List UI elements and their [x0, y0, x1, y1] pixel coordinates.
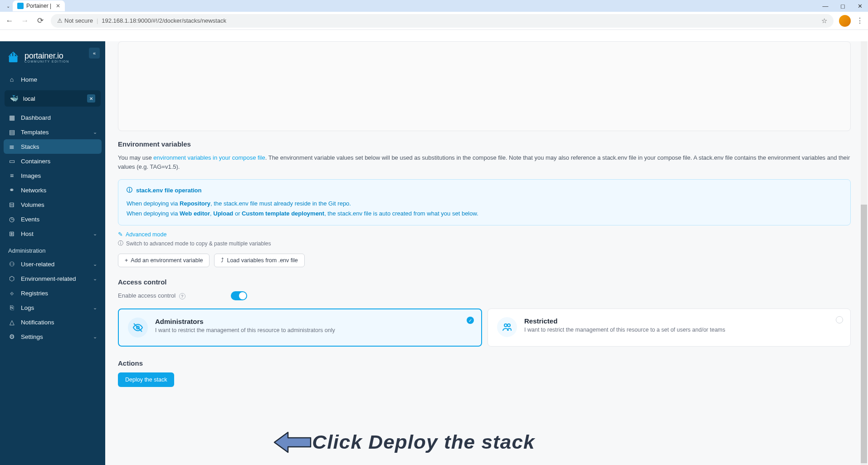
sidebar-item-settings[interactable]: ⚙Settings⌄ — [0, 329, 105, 344]
sidebar-item-environment-related[interactable]: ⬡Environment-related⌄ — [0, 271, 105, 286]
sidebar-item-label: Stacks — [21, 143, 39, 150]
access-card-restricted[interactable]: Restricted I want to restrict the manage… — [488, 308, 851, 347]
sidebar-home[interactable]: ⌂ Home — [0, 72, 105, 87]
info-small-icon: ⓘ — [118, 240, 123, 247]
sidebar-item-volumes[interactable]: ⊟Volumes — [0, 197, 105, 212]
warning-icon: ⚠ — [57, 17, 63, 24]
address-bar[interactable]: ⚠ Not secure | 192.168.1.18:9000/#!/2/do… — [51, 14, 834, 28]
sidebar-item-label: Events — [21, 216, 39, 223]
home-icon: ⌂ — [8, 76, 15, 83]
host-icon: ⊞ — [8, 230, 15, 237]
forward-button[interactable]: → — [20, 16, 30, 25]
edit-icon: ✎ — [118, 231, 123, 238]
sidebar-item-label: Settings — [21, 333, 43, 340]
access-control-label: Enable access control — [118, 292, 176, 299]
minimize-icon[interactable]: — — [821, 3, 830, 10]
maximize-icon[interactable]: ◻ — [838, 3, 847, 10]
access-control-toggle[interactable] — [231, 291, 247, 300]
close-env-icon[interactable]: ✕ — [87, 94, 95, 103]
sidebar-item-label: Environment-related — [21, 275, 76, 282]
templates-icon: ▤ — [8, 128, 15, 136]
upload-icon: ⤴ — [221, 257, 224, 264]
access-control-title: Access control — [118, 278, 851, 286]
sidebar-item-registries[interactable]: ⟐Registries — [0, 286, 105, 300]
chevron-down-icon: ⌄ — [93, 276, 97, 282]
sidebar-item-images[interactable]: ≡Images — [0, 168, 105, 183]
sidebar-item-templates[interactable]: ▤Templates⌄ — [0, 125, 105, 139]
card-title: Restricted — [524, 317, 725, 325]
tab-close-icon[interactable]: ✕ — [56, 3, 60, 9]
events-icon: ◷ — [8, 215, 15, 223]
sidebar-item-events[interactable]: ◷Events — [0, 212, 105, 226]
access-card-administrators[interactable]: Administrators I want to restrict the ma… — [118, 308, 482, 347]
brand-name: portainer.io — [24, 51, 69, 61]
profile-avatar[interactable] — [839, 15, 851, 27]
stacks-icon: ≣ — [8, 143, 15, 150]
notifications-icon: △ — [8, 318, 15, 326]
actions-title: Actions — [118, 359, 851, 367]
info-icon: ⓘ — [127, 186, 132, 194]
svg-point-6 — [507, 324, 510, 327]
chevron-down-icon: ⌄ — [93, 261, 97, 267]
volumes-icon: ⊟ — [8, 201, 15, 208]
browser-tab-strip: ⌄ Portainer | ✕ — ◻ ✕ — [0, 0, 868, 12]
user-related-icon: ⚇ — [8, 260, 15, 268]
sidebar-item-label: Dashboard — [21, 114, 51, 121]
sidebar-item-containers[interactable]: ▭Containers — [0, 154, 105, 168]
sidebar-item-notifications[interactable]: △Notifications — [0, 315, 105, 329]
sidebar-collapse-button[interactable]: « — [89, 48, 100, 59]
sidebar-item-logs[interactable]: ⎘Logs⌄ — [0, 300, 105, 315]
chevron-down-icon: ⌄ — [93, 305, 97, 311]
web-editor-area[interactable] — [118, 41, 851, 131]
card-title: Administrators — [155, 318, 335, 325]
browser-menu-icon[interactable]: ⋮ — [856, 16, 863, 25]
deploy-stack-button[interactable]: Deploy the stack — [118, 372, 174, 387]
sidebar-item-host[interactable]: ⊞Host⌄ — [0, 226, 105, 241]
security-indicator[interactable]: ⚠ Not secure — [57, 17, 93, 24]
users-icon — [497, 317, 517, 337]
scrollbar-thumb[interactable] — [861, 205, 867, 463]
env-section-title: Environment variables — [118, 140, 851, 148]
networks-icon: ⚭ — [8, 186, 15, 194]
sidebar-item-networks[interactable]: ⚭Networks — [0, 183, 105, 197]
environment-related-icon: ⬡ — [8, 275, 15, 282]
help-icon[interactable]: ? — [179, 293, 185, 299]
chevron-down-icon: ⌄ — [93, 334, 97, 340]
containers-icon: ▭ — [8, 157, 15, 165]
info-line-1: When deploying via Repository, the stack… — [127, 199, 842, 209]
sidebar-item-user-related[interactable]: ⚇User-related⌄ — [0, 257, 105, 271]
sidebar-item-stacks[interactable]: ≣Stacks — [4, 139, 102, 154]
browser-tab[interactable]: Portainer | ✕ — [13, 0, 65, 11]
sidebar: « portainer.io COMMUNITY EDITION ⌂ Home … — [0, 41, 105, 465]
stackenv-info-box: ⓘ stack.env file operation When deployin… — [118, 179, 851, 225]
sidebar-item-label: Templates — [21, 129, 49, 136]
sidebar-section-administration: Administration — [0, 241, 105, 257]
sidebar-item-label: Volumes — [21, 201, 44, 208]
access-control-toggle-row: Enable access control ? — [118, 291, 851, 300]
advanced-mode-link[interactable]: ✎ Advanced mode — [118, 231, 851, 238]
advanced-mode-hint: ⓘ Switch to advanced mode to copy & past… — [118, 240, 851, 247]
reload-button[interactable]: ⟳ — [35, 16, 45, 25]
bookmark-icon[interactable]: ☆ — [821, 17, 827, 25]
load-env-file-button[interactable]: ⤴ Load variables from .env file — [214, 254, 304, 267]
environment-badge[interactable]: 🐳 local ✕ — [5, 90, 101, 107]
close-window-icon[interactable]: ✕ — [855, 3, 864, 10]
svg-rect-0 — [9, 56, 18, 62]
radio-unchecked-icon — [836, 316, 843, 323]
divider: | — [97, 17, 98, 24]
portainer-logo-icon — [7, 50, 21, 64]
images-icon: ≡ — [8, 172, 15, 179]
tab-dropdown-icon[interactable]: ⌄ — [4, 4, 13, 9]
browser-toolbar: ← → ⟳ ⚠ Not secure | 192.168.1.18:9000/#… — [0, 12, 868, 30]
env-help-link[interactable]: environment variables in your compose fi… — [153, 154, 265, 161]
logs-icon: ⎘ — [8, 304, 15, 311]
svg-point-5 — [504, 324, 507, 327]
tab-favicon-icon — [17, 3, 24, 9]
sidebar-item-label: Registries — [21, 290, 48, 297]
sidebar-item-label: User-related — [21, 261, 54, 268]
sidebar-item-label: Home — [21, 76, 37, 83]
info-box-title: ⓘ stack.env file operation — [127, 186, 842, 194]
back-button[interactable]: ← — [5, 16, 15, 25]
sidebar-item-dashboard[interactable]: ▦Dashboard — [0, 110, 105, 125]
add-env-var-button[interactable]: + Add an environment variable — [118, 254, 210, 267]
